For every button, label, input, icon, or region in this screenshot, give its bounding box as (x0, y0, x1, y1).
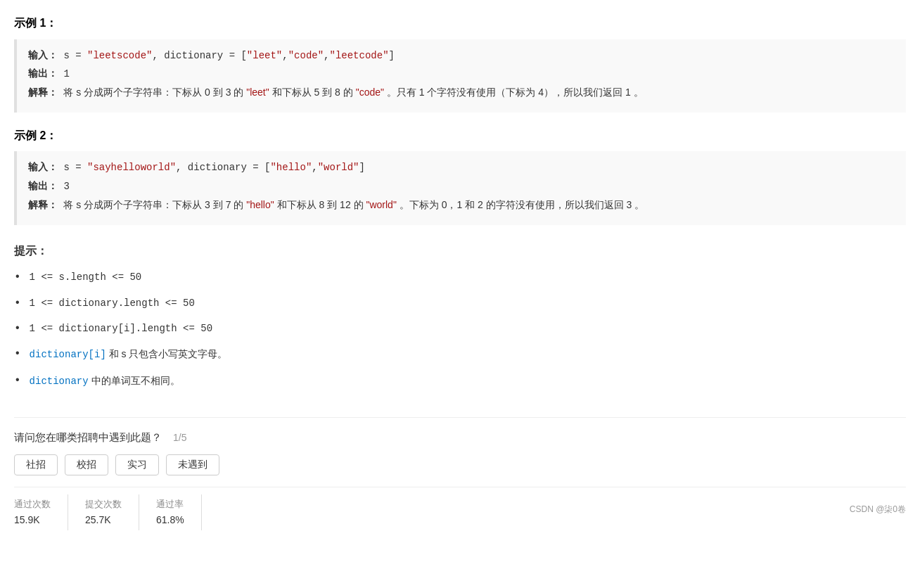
hint-item-4: dictionary[i] 和 s 只包含小写英文字母。 (14, 346, 906, 362)
hint-3-text: 1 <= dictionary[i].length <= 50 (30, 321, 212, 336)
example-2-output-label: 输出： (28, 181, 58, 192)
stat-pass-rate: 通过率 61.8% (156, 494, 202, 530)
example-1-explain-line: 解释： 将 s 分成两个子字符串：下标从 0 到 3 的 "leet" 和下标从… (28, 84, 895, 101)
hint-5-text: dictionary 中的单词互不相同。 (30, 373, 180, 389)
hints-list: 1 <= s.length <= 50 1 <= dictionary.leng… (14, 269, 906, 389)
example-1-input-value: s = "leetscode", dictionary = ["leet","c… (63, 50, 395, 61)
example-2-output-line: 输出： 3 (28, 179, 895, 194)
csdn-watermark: CSDN @柒0卷 (850, 503, 906, 522)
example-1-explain-value: 将 s 分成两个子字符串：下标从 0 到 3 的 "leet" 和下标从 5 到… (63, 87, 643, 98)
example-2-input-label: 输入： (28, 162, 58, 173)
stat-submit-count: 提交次数 25.7K (85, 494, 139, 530)
example-1-block: 输入： s = "leetscode", dictionary = ["leet… (14, 39, 906, 113)
example-2-explain-value: 将 s 分成两个子字符串：下标从 3 到 7 的 "hello" 和下标从 8 … (63, 199, 644, 210)
survey-question-text: 请问您在哪类招聘中遇到此题？ (14, 429, 162, 446)
example-2-output-value: 3 (63, 181, 69, 192)
hints-title: 提示： (14, 242, 906, 260)
hint-4-text: dictionary[i] 和 s 只包含小写英文字母。 (30, 346, 228, 362)
hint-item-3: 1 <= dictionary[i].length <= 50 (14, 321, 906, 336)
survey-btn-xiaojia[interactable]: 校招 (65, 454, 108, 475)
example-1-title: 示例 1： (14, 14, 906, 32)
example-2-explain-line: 解释： 将 s 分成两个子字符串：下标从 3 到 7 的 "hello" 和下标… (28, 197, 895, 213)
survey-btn-shixi[interactable]: 实习 (115, 454, 159, 475)
hint-1-text: 1 <= s.length <= 50 (30, 269, 142, 285)
stat-submit-count-label: 提交次数 (85, 497, 122, 512)
survey-question-row: 请问您在哪类招聘中遇到此题？ 1/5 (14, 429, 906, 446)
example-1-section: 示例 1： 输入： s = "leetscode", dictionary = … (14, 14, 906, 113)
stat-pass-rate-label: 通过率 (156, 497, 184, 512)
example-1-input-label: 输入： (28, 50, 58, 61)
stat-pass-rate-value: 61.8% (156, 512, 184, 528)
example-1-output-label: 输出： (28, 68, 58, 79)
example-2-explain-label: 解释： (28, 200, 58, 211)
example-2-block: 输入： s = "sayhelloworld", dictionary = ["… (14, 151, 906, 224)
example-1-output-value: 1 (63, 68, 69, 79)
example-1-explain-label: 解释： (28, 87, 58, 98)
stats-bar: 通过次数 15.9K 提交次数 25.7K 通过率 61.8% CSDN @柒0… (14, 487, 906, 530)
survey-btn-weiyu[interactable]: 未遇到 (166, 454, 219, 475)
stat-pass-count: 通过次数 15.9K (14, 494, 68, 530)
example-1-input-line: 输入： s = "leetscode", dictionary = ["leet… (28, 48, 895, 63)
hint-2-text: 1 <= dictionary.length <= 50 (30, 295, 195, 311)
example-2-input-line: 输入： s = "sayhelloworld", dictionary = ["… (28, 160, 895, 175)
survey-section: 请问您在哪类招聘中遇到此题？ 1/5 社招 校招 实习 未遇到 通过次数 15.… (14, 417, 906, 530)
example-2-input-value: s = "sayhelloworld", dictionary = ["hell… (63, 162, 365, 173)
hint-item-5: dictionary 中的单词互不相同。 (14, 373, 906, 389)
survey-buttons-row: 社招 校招 实习 未遇到 (14, 454, 906, 475)
stat-pass-count-value: 15.9K (14, 512, 51, 528)
hint-item-2: 1 <= dictionary.length <= 50 (14, 295, 906, 311)
hints-section: 提示： 1 <= s.length <= 50 1 <= dictionary.… (14, 242, 906, 390)
survey-btn-shejia[interactable]: 社招 (14, 454, 58, 475)
stat-pass-count-label: 通过次数 (14, 497, 51, 512)
example-1-output-line: 输出： 1 (28, 66, 895, 82)
survey-count: 1/5 (173, 430, 186, 445)
example-2-section: 示例 2： 输入： s = "sayhelloworld", dictionar… (14, 127, 906, 225)
stat-submit-count-value: 25.7K (85, 512, 122, 528)
hint-item-1: 1 <= s.length <= 50 (14, 269, 906, 285)
example-2-title: 示例 2： (14, 127, 906, 145)
